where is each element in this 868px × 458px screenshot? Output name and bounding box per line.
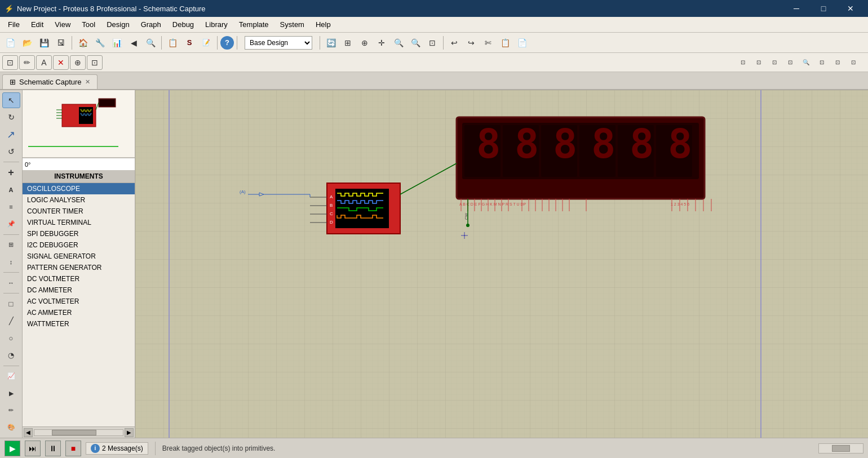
copy2-button[interactable]: 📋 xyxy=(497,35,513,51)
script-button[interactable]: 📝 xyxy=(198,35,214,51)
draw-rect-button[interactable]: □ xyxy=(2,296,20,312)
menu-item-design[interactable]: Design xyxy=(101,19,135,30)
pin-tool-button[interactable]: 📌 xyxy=(2,216,20,232)
tb2-extra1[interactable]: ⊡ xyxy=(735,55,751,70)
scroll-right-arrow[interactable]: ▶ xyxy=(125,428,134,437)
junction-tool-button[interactable]: ⊞ xyxy=(2,237,20,253)
zoom-out-button[interactable]: 🔍 xyxy=(408,35,423,51)
paint-button[interactable]: 🎨 xyxy=(2,420,20,435)
menu-item-graph[interactable]: Graph xyxy=(135,19,167,30)
tb2-extra3[interactable]: ⊡ xyxy=(767,55,782,70)
scroll-track[interactable] xyxy=(34,429,123,436)
graph-tool-button[interactable]: 📈 xyxy=(2,368,20,384)
stop-button[interactable]: ■ xyxy=(65,441,81,456)
tb2-btn4[interactable]: ✕ xyxy=(53,55,69,70)
tb2-extra4[interactable]: ⊡ xyxy=(782,55,798,70)
pen-button[interactable]: ✏ xyxy=(2,402,20,418)
instrument-dc-voltmeter[interactable]: DC VOLTMETER xyxy=(23,273,135,284)
draw-ellipse-button[interactable]: ○ xyxy=(2,330,20,346)
h-scrollbar[interactable] xyxy=(818,443,863,453)
menu-item-edit[interactable]: Edit xyxy=(25,19,49,30)
restore-button[interactable]: □ xyxy=(811,0,836,17)
instrument-i2c-debugger[interactable]: I2C DEBUGGER xyxy=(23,239,135,251)
tb2-btn1[interactable]: ⊡ xyxy=(2,55,18,70)
menu-item-file[interactable]: File xyxy=(2,19,25,30)
canvas-area[interactable]: 8 8 8 8 8 8 A B C D E F G H K M N P R S … xyxy=(135,90,868,438)
tb2-btn3[interactable]: A xyxy=(36,55,52,70)
instrument-ac-ammeter[interactable]: AC AMMETER xyxy=(23,307,135,318)
undo-tool-button[interactable]: ↺ xyxy=(2,144,20,159)
new-button[interactable]: 📄 xyxy=(2,35,18,51)
undo-button[interactable]: ↩ xyxy=(446,35,462,51)
close-button[interactable]: ✕ xyxy=(838,0,863,17)
paste-button[interactable]: 📄 xyxy=(514,35,530,51)
tb2-btn6[interactable]: ⊡ xyxy=(87,55,103,70)
instrument-signal-generator[interactable]: SIGNAL GENERATOR xyxy=(23,251,135,262)
wire-tool-button[interactable]: ↗ xyxy=(2,127,20,143)
draw-line-button[interactable]: ╱ xyxy=(2,313,20,329)
instrument-ac-voltmeter[interactable]: AC VOLTMETER xyxy=(23,296,135,307)
tab-close[interactable]: ✕ xyxy=(85,78,90,86)
zoom-in-button[interactable]: 🔍 xyxy=(391,35,406,51)
tb2-extra6[interactable]: ⊡ xyxy=(814,55,830,70)
menu-item-view[interactable]: View xyxy=(49,19,76,30)
netlist-button[interactable]: 🔧 xyxy=(92,35,108,51)
origin-button[interactable]: ⊕ xyxy=(357,35,373,51)
tb2-extra7[interactable]: ⊡ xyxy=(830,55,845,70)
schematic-capture-tab[interactable]: ⊞ Schematic Capture ✕ xyxy=(2,74,98,89)
tb2-extra5[interactable]: 🔍 xyxy=(798,55,814,70)
angle-input-field[interactable]: 0° xyxy=(25,161,47,168)
tape-button[interactable]: ▶ xyxy=(2,385,20,401)
redo-tool-button[interactable]: ↺ xyxy=(2,109,20,125)
open-button[interactable]: 📂 xyxy=(19,35,35,51)
zoom-fit-button[interactable]: ⊡ xyxy=(424,35,440,51)
instrument-virtual-terminal[interactable]: VIRTUAL TERMINAL xyxy=(23,217,135,228)
grid-button[interactable]: ⊞ xyxy=(340,35,356,51)
instrument-counter-timer[interactable]: COUNTER TIMER xyxy=(23,206,135,217)
save-all-button[interactable]: 🖫 xyxy=(53,35,69,51)
s-button[interactable]: S xyxy=(181,35,197,51)
instrument-wattmeter[interactable]: WATTMETER xyxy=(23,318,135,330)
help-button[interactable]: ? xyxy=(220,36,234,50)
tb2-btn5[interactable]: ⊕ xyxy=(70,55,86,70)
virtual-inst-button[interactable]: ↔ xyxy=(2,275,20,291)
instrument-logic-analyser[interactable]: LOGIC ANALYSER xyxy=(23,194,135,206)
cut-button[interactable]: ✄ xyxy=(480,35,496,51)
menu-item-tool[interactable]: Tool xyxy=(76,19,101,30)
minimize-button[interactable]: ─ xyxy=(783,0,809,17)
menu-item-template[interactable]: Template xyxy=(233,19,274,30)
label-tool-button[interactable]: A xyxy=(2,182,20,198)
bom-button[interactable]: 📊 xyxy=(109,35,125,51)
instrument-oscilloscope[interactable]: OSCILLOSCOPE xyxy=(23,183,135,194)
step-button[interactable]: ⏭ xyxy=(25,441,41,456)
lt-separator3 xyxy=(3,272,19,273)
save-button[interactable]: 💾 xyxy=(36,35,52,51)
tb2-extra8[interactable]: ⊡ xyxy=(845,55,861,70)
home-button[interactable]: 🏠 xyxy=(75,35,91,51)
component-tool-button[interactable]: + xyxy=(2,164,20,180)
bus-tool-button[interactable]: ≡ xyxy=(2,199,20,215)
select-tool-button[interactable]: ↖ xyxy=(2,92,20,108)
back-button[interactable]: ◀ xyxy=(126,35,141,51)
refresh-button[interactable]: 🔄 xyxy=(323,35,339,51)
draw-arc-button[interactable]: ◔ xyxy=(2,347,20,363)
menu-item-library[interactable]: Library xyxy=(200,19,233,30)
copy-button[interactable]: 📋 xyxy=(165,35,180,51)
power-tool-button[interactable]: ↕ xyxy=(2,254,20,270)
scroll-left-arrow[interactable]: ◀ xyxy=(24,428,33,437)
menu-item-system[interactable]: System xyxy=(274,19,310,30)
instrument-dc-ammeter[interactable]: DC AMMETER xyxy=(23,284,135,296)
instrument-pattern-gen[interactable]: PATTERN GENERATOR xyxy=(23,262,135,273)
play-button[interactable]: ▶ xyxy=(5,441,20,456)
design-selector-dropdown[interactable]: Base Design xyxy=(245,36,312,50)
instruments-list[interactable]: OSCILLOSCOPELOGIC ANALYSERCOUNTER TIMERV… xyxy=(23,183,135,426)
tb2-extra2[interactable]: ⊡ xyxy=(751,55,767,70)
menu-item-help[interactable]: Help xyxy=(310,19,336,30)
center-button[interactable]: ✛ xyxy=(374,35,389,51)
tb2-btn2[interactable]: ✏ xyxy=(19,55,35,70)
find-button[interactable]: 🔍 xyxy=(143,35,158,51)
instrument-spi-debugger[interactable]: SPI DEBUGGER xyxy=(23,228,135,239)
pause-button[interactable]: ⏸ xyxy=(45,441,61,456)
redo-button[interactable]: ↪ xyxy=(463,35,479,51)
menu-item-debug[interactable]: Debug xyxy=(167,19,200,30)
